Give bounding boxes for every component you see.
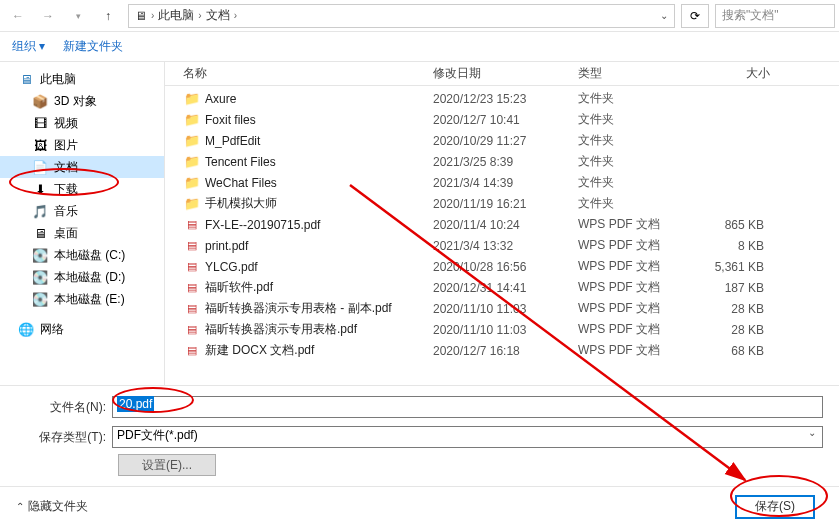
address-bar[interactable]: 🖥 › 此电脑 › 文档 › ⌄ xyxy=(128,4,675,28)
sidebar-item-label: 桌面 xyxy=(54,225,78,242)
file-name: Foxit files xyxy=(205,113,433,127)
file-row[interactable]: 📁WeChat Files2021/3/4 14:39文件夹 xyxy=(165,172,839,193)
hide-folders-toggle[interactable]: ⌃ 隐藏文件夹 xyxy=(16,498,88,515)
file-size: 28 KB xyxy=(690,323,770,337)
file-type: WPS PDF 文档 xyxy=(578,300,690,317)
folder-icon: 📁 xyxy=(183,196,201,212)
file-row[interactable]: ▤新建 DOCX 文档.pdf2020/12/7 16:18WPS PDF 文档… xyxy=(165,340,839,361)
pdf-icon: ▤ xyxy=(183,280,201,296)
refresh-button[interactable]: ⟳ xyxy=(681,4,709,28)
organize-menu[interactable]: 组织 ▾ xyxy=(12,38,45,55)
sidebar-item[interactable]: 💽本地磁盘 (D:) xyxy=(0,266,164,288)
file-row[interactable]: ▤福昕软件.pdf2020/12/31 14:41WPS PDF 文档187 K… xyxy=(165,277,839,298)
sidebar-item[interactable]: 🖥桌面 xyxy=(0,222,164,244)
item-icon: 📄 xyxy=(32,159,48,175)
sidebar-item[interactable]: 📦3D 对象 xyxy=(0,90,164,112)
item-icon: 💽 xyxy=(32,247,48,263)
file-date: 2021/3/4 14:39 xyxy=(433,176,578,190)
chevron-right-icon: › xyxy=(234,10,237,21)
file-type: 文件夹 xyxy=(578,132,690,149)
file-row[interactable]: 📁手机模拟大师2020/11/19 16:21文件夹 xyxy=(165,193,839,214)
col-header-name[interactable]: 名称 xyxy=(183,65,433,82)
pdf-icon: ▤ xyxy=(183,259,201,275)
sidebar-item[interactable]: 📄文档 xyxy=(0,156,164,178)
file-name: 福昕软件.pdf xyxy=(205,279,433,296)
file-type: WPS PDF 文档 xyxy=(578,237,690,254)
file-date: 2020/12/7 16:18 xyxy=(433,344,578,358)
sidebar-item[interactable]: 🎞视频 xyxy=(0,112,164,134)
sidebar-item-label: 图片 xyxy=(54,137,78,154)
file-name: WeChat Files xyxy=(205,176,433,190)
nav-back-button[interactable]: ← xyxy=(4,3,32,29)
sidebar-item[interactable]: ⬇下载 xyxy=(0,178,164,200)
file-type: WPS PDF 文档 xyxy=(578,216,690,233)
file-date: 2020/11/10 11:03 xyxy=(433,302,578,316)
file-row[interactable]: 📁Tencent Files2021/3/25 8:39文件夹 xyxy=(165,151,839,172)
file-row[interactable]: ▤福昕转换器演示专用表格 - 副本.pdf2020/11/10 11:03WPS… xyxy=(165,298,839,319)
sidebar-item-label: 视频 xyxy=(54,115,78,132)
file-row[interactable]: ▤print.pdf2021/3/4 13:32WPS PDF 文档8 KB xyxy=(165,235,839,256)
sidebar-item-label: 文档 xyxy=(54,159,78,176)
file-name: FX-LE--20190715.pdf xyxy=(205,218,433,232)
file-date: 2020/12/31 14:41 xyxy=(433,281,578,295)
filename-input[interactable]: 20.pdf xyxy=(112,396,823,418)
col-header-type[interactable]: 类型 xyxy=(578,65,690,82)
file-type: WPS PDF 文档 xyxy=(578,258,690,275)
file-date: 2020/11/19 16:21 xyxy=(433,197,578,211)
folder-icon: 📁 xyxy=(183,175,201,191)
sidebar-item-label: 本地磁盘 (E:) xyxy=(54,291,125,308)
col-header-size[interactable]: 大小 xyxy=(690,65,770,82)
sidebar-item-label: 此电脑 xyxy=(40,71,76,88)
file-row[interactable]: 📁Axure2020/12/23 15:23文件夹 xyxy=(165,88,839,109)
item-icon: 📦 xyxy=(32,93,48,109)
file-row[interactable]: 📁Foxit files2020/12/7 10:41文件夹 xyxy=(165,109,839,130)
file-name: 福昕转换器演示专用表格 - 副本.pdf xyxy=(205,300,433,317)
folder-icon: 📁 xyxy=(183,133,201,149)
save-button[interactable]: 保存(S) xyxy=(735,495,815,519)
file-date: 2021/3/25 8:39 xyxy=(433,155,578,169)
file-row[interactable]: ▤福昕转换器演示专用表格.pdf2020/11/10 11:03WPS PDF … xyxy=(165,319,839,340)
file-date: 2021/3/4 13:32 xyxy=(433,239,578,253)
sidebar-item[interactable]: 🖼图片 xyxy=(0,134,164,156)
settings-button[interactable]: 设置(E)... xyxy=(118,454,216,476)
nav-up-button[interactable]: ↑ xyxy=(94,3,122,29)
file-name: 手机模拟大师 xyxy=(205,195,433,212)
pc-icon: 🖥 xyxy=(131,9,151,23)
sidebar-item-label: 网络 xyxy=(40,321,64,338)
column-headers: 名称 修改日期 类型 大小 xyxy=(165,62,839,86)
sidebar-network[interactable]: 🌐 网络 xyxy=(0,318,164,340)
breadcrumb-current[interactable]: 文档 xyxy=(202,7,234,24)
file-type: 文件夹 xyxy=(578,174,690,191)
pdf-icon: ▤ xyxy=(183,238,201,254)
file-row[interactable]: ▤FX-LE--20190715.pdf2020/11/4 10:24WPS P… xyxy=(165,214,839,235)
sidebar-item[interactable]: 🎵音乐 xyxy=(0,200,164,222)
sidebar-item[interactable]: 💽本地磁盘 (C:) xyxy=(0,244,164,266)
file-size: 187 KB xyxy=(690,281,770,295)
file-date: 2020/12/7 10:41 xyxy=(433,113,578,127)
file-type: 文件夹 xyxy=(578,111,690,128)
nav-recent-button[interactable]: ▾ xyxy=(64,3,92,29)
sidebar-item-label: 音乐 xyxy=(54,203,78,220)
item-icon: 💽 xyxy=(32,269,48,285)
sidebar-item[interactable]: 💽本地磁盘 (E:) xyxy=(0,288,164,310)
col-header-date[interactable]: 修改日期 xyxy=(433,65,578,82)
folder-icon: 📁 xyxy=(183,112,201,128)
file-name: M_PdfEdit xyxy=(205,134,433,148)
filetype-select[interactable]: PDF文件(*.pdf) ⌄ xyxy=(112,426,823,448)
new-folder-button[interactable]: 新建文件夹 xyxy=(63,38,123,55)
sidebar-this-pc[interactable]: 🖥 此电脑 xyxy=(0,68,164,90)
breadcrumb-root[interactable]: 此电脑 xyxy=(154,7,198,24)
chevron-down-icon[interactable]: ⌄ xyxy=(660,10,668,21)
file-type: WPS PDF 文档 xyxy=(578,342,690,359)
file-row[interactable]: 📁M_PdfEdit2020/10/29 11:27文件夹 xyxy=(165,130,839,151)
pdf-icon: ▤ xyxy=(183,301,201,317)
file-row[interactable]: ▤YLCG.pdf2020/10/28 16:56WPS PDF 文档5,361… xyxy=(165,256,839,277)
item-icon: 🖥 xyxy=(32,225,48,241)
sidebar: 🖥 此电脑 📦3D 对象🎞视频🖼图片📄文档⬇下载🎵音乐🖥桌面💽本地磁盘 (C:)… xyxy=(0,62,165,385)
search-input[interactable]: 搜索"文档" xyxy=(715,4,835,28)
folder-icon: 📁 xyxy=(183,154,201,170)
folder-icon: 📁 xyxy=(183,91,201,107)
network-icon: 🌐 xyxy=(18,321,34,337)
filetype-label: 保存类型(T): xyxy=(16,429,112,446)
file-size: 5,361 KB xyxy=(690,260,770,274)
